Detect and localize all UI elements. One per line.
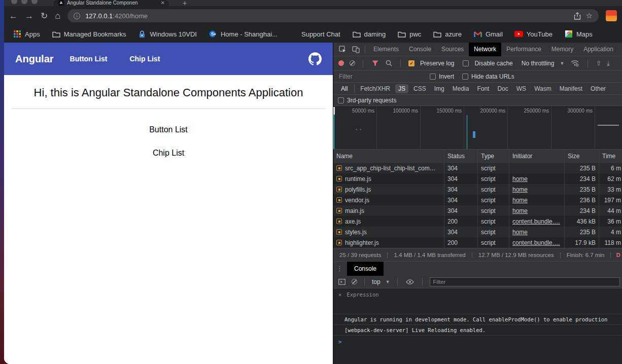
devtools-tab[interactable]: Memory xyxy=(546,43,578,56)
request-initiator[interactable]: home xyxy=(512,197,528,204)
type-filter[interactable]: JS xyxy=(395,84,408,93)
type-filter[interactable]: Wasm xyxy=(531,84,555,93)
console-filter-input[interactable] xyxy=(430,277,620,286)
column-time[interactable]: Time xyxy=(599,150,622,162)
export-har-icon[interactable]: ⤓ xyxy=(607,59,610,67)
github-icon[interactable] xyxy=(308,52,322,65)
hide-data-urls-checkbox[interactable] xyxy=(462,74,468,80)
url-text[interactable]: 127.0.0.1:4200/home xyxy=(85,12,568,20)
type-filter[interactable]: Fetch/XHR xyxy=(354,84,393,93)
bookmark-item[interactable]: Windows 10VDI xyxy=(138,30,196,38)
filter-funnel-icon[interactable] xyxy=(371,58,379,68)
third-party-checkbox[interactable] xyxy=(338,97,344,103)
traffic-light-zoom[interactable] xyxy=(31,0,38,4)
column-size[interactable]: Size xyxy=(565,150,599,162)
request-row[interactable]: src_app_chip-list_chip-list_com… 304 scr… xyxy=(333,163,622,173)
bookmark-item[interactable]: daming xyxy=(353,30,386,38)
request-initiator[interactable]: content.bundle.… xyxy=(512,218,560,225)
request-row[interactable]: polyfills.js 304 script home 235 B 33 m xyxy=(333,184,622,195)
nav-chip-list[interactable]: Chip List xyxy=(129,55,160,63)
disable-cache-checkbox[interactable] xyxy=(463,60,469,66)
console-area[interactable]: × Expression Angular is running in devel… xyxy=(333,288,622,364)
bookmark-item[interactable]: YouTube xyxy=(515,30,552,38)
bookmark-star-icon[interactable]: ☆ xyxy=(586,11,593,20)
request-initiator[interactable]: content.bundle.… xyxy=(512,239,560,246)
column-type[interactable]: Type xyxy=(478,150,509,162)
back-icon[interactable]: ← xyxy=(9,12,18,20)
import-har-icon[interactable]: ⇧ xyxy=(596,59,601,67)
throttling-select[interactable]: No throttling xyxy=(522,60,555,67)
invert-checkbox[interactable] xyxy=(430,74,436,80)
devtools-tab[interactable]: Performance xyxy=(501,43,546,56)
clear-console-icon[interactable] xyxy=(352,279,357,284)
inspect-element-icon[interactable] xyxy=(336,44,349,54)
type-filter[interactable]: WS xyxy=(513,84,529,93)
console-prompt-icon[interactable]: > xyxy=(333,336,622,345)
bookmark-item[interactable]: Apps xyxy=(13,30,40,38)
type-filter[interactable]: CSS xyxy=(410,84,429,93)
bookmark-item[interactable]: azure xyxy=(433,30,462,38)
devtools-tab[interactable]: Application xyxy=(578,43,618,56)
device-toolbar-icon[interactable] xyxy=(350,44,362,54)
column-status[interactable]: Status xyxy=(444,150,478,162)
home-icon[interactable]: ⌂ xyxy=(55,11,60,20)
app-link[interactable]: Button List xyxy=(4,125,333,134)
column-name[interactable]: Name xyxy=(333,150,444,162)
type-filter[interactable]: Img xyxy=(431,84,447,93)
bookmark-item[interactable]: Gmail xyxy=(474,30,503,38)
eye-icon[interactable] xyxy=(405,277,415,287)
request-row[interactable]: main.js 304 script home 234 B 44 m xyxy=(333,205,622,216)
bookmark-item[interactable]: Support Chat xyxy=(290,30,340,38)
console-sidebar-icon[interactable] xyxy=(337,277,347,287)
browser-tab[interactable]: A Angular Standalone Componen ✕ xyxy=(53,0,169,6)
type-filter[interactable]: All xyxy=(338,84,351,93)
console-message[interactable]: [webpack-dev-server] Live Reloading enab… xyxy=(333,325,622,336)
request-row[interactable]: axe.js 200 script content.bundle.… 436 k… xyxy=(333,216,622,227)
nav-button-list[interactable]: Button List xyxy=(70,55,108,63)
bookmark-item[interactable]: Managed Bookmarks xyxy=(52,30,126,38)
console-message[interactable]: Angular is running in development mode. … xyxy=(333,314,622,325)
network-conditions-icon[interactable] xyxy=(570,58,580,68)
request-row[interactable]: vendor.js 304 script home 236 B 197 m xyxy=(333,195,622,205)
devtools-tab[interactable]: Network xyxy=(469,43,501,56)
app-link[interactable]: Chip List xyxy=(4,149,333,158)
type-filter[interactable]: Other xyxy=(588,84,609,93)
search-icon[interactable] xyxy=(385,58,393,68)
record-icon[interactable] xyxy=(338,60,344,66)
drawer-tab-console[interactable]: Console xyxy=(347,262,384,276)
request-row[interactable]: highlighter.js 200 script content.bundle… xyxy=(333,237,622,248)
site-info-icon[interactable]: i xyxy=(74,13,80,19)
request-initiator[interactable]: home xyxy=(512,186,528,193)
devtools-tab[interactable]: Sources xyxy=(436,43,469,56)
type-filter[interactable]: Font xyxy=(474,84,492,93)
expression-close-icon[interactable]: × xyxy=(338,292,341,298)
share-icon[interactable] xyxy=(574,12,581,20)
extension-icon[interactable] xyxy=(606,10,617,21)
type-filter[interactable]: Manifest xyxy=(557,84,585,93)
request-row[interactable]: runtime.js 304 script home 234 B 62 m xyxy=(333,173,622,184)
request-initiator[interactable]: home xyxy=(512,175,528,183)
bookmark-item[interactable]: Maps xyxy=(565,30,593,38)
forward-icon[interactable]: → xyxy=(25,12,33,20)
devtools-tab[interactable]: Elements xyxy=(368,43,404,56)
type-filter[interactable]: Doc xyxy=(494,84,511,93)
tab-close-icon[interactable]: ✕ xyxy=(161,0,165,6)
column-initiator[interactable]: Initiator xyxy=(509,150,565,162)
type-filter[interactable]: Media xyxy=(450,84,472,93)
address-bar[interactable]: i 127.0.0.1:4200/home ☆ xyxy=(67,9,599,22)
reload-icon[interactable]: ↻ xyxy=(41,12,48,20)
traffic-light-close[interactable] xyxy=(11,0,17,4)
console-context-select[interactable]: top xyxy=(372,278,381,285)
preserve-log-checkbox[interactable]: ✓ xyxy=(408,60,414,66)
timeline-handle[interactable] xyxy=(333,107,335,115)
traffic-light-minimize[interactable] xyxy=(21,0,27,4)
bookmark-item[interactable]: S Home - Shanghai... xyxy=(209,30,278,38)
drawer-menu-icon[interactable]: ⋮ xyxy=(336,265,343,272)
request-initiator[interactable]: home xyxy=(512,229,528,236)
app-brand[interactable]: Angular xyxy=(15,53,54,65)
bookmark-item[interactable]: pwc xyxy=(398,30,421,38)
network-timeline[interactable]: 50000 ms100000 ms150000 ms200000 ms25000… xyxy=(333,106,622,150)
network-filter-input[interactable] xyxy=(338,72,422,81)
clear-icon[interactable] xyxy=(350,60,355,66)
new-tab-button[interactable]: + xyxy=(183,0,187,7)
